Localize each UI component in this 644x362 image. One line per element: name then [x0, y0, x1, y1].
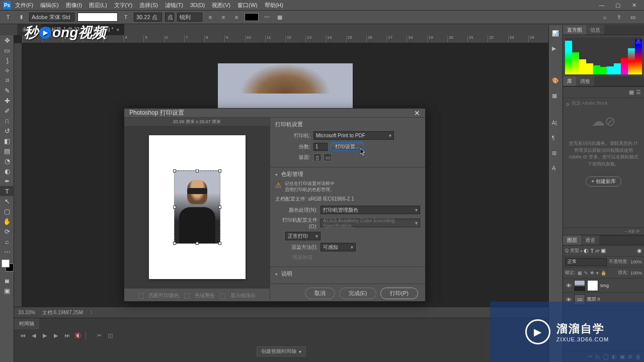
- blackpoint-checkbox: [285, 255, 291, 260]
- description-section-title[interactable]: 说明: [275, 270, 420, 281]
- rendering-intent-select[interactable]: 可感知: [320, 243, 356, 251]
- preview-page: [149, 135, 246, 279]
- print-dialog: Photoshop 打印设置 ✕ 20.99 厘米 x 29.67 厘米: [124, 108, 426, 302]
- printer-select[interactable]: Microsoft Print to PDF: [313, 131, 394, 140]
- gamut-checkbox[interactable]: [184, 293, 190, 299]
- print-button[interactable]: 打印(P): [380, 288, 418, 299]
- dialog-close-icon[interactable]: ✕: [414, 109, 420, 117]
- dialog-titlebar[interactable]: Photoshop 打印设置 ✕: [124, 109, 425, 118]
- match-colors-checkbox[interactable]: [138, 293, 144, 299]
- layout-label: 版面:: [275, 154, 313, 161]
- dialog-overlay: Photoshop 打印设置 ✕ 20.99 厘米 x 29.67 厘米: [0, 0, 644, 362]
- paper-white-label: 显示纸张白: [230, 292, 256, 299]
- doc-profile-value: sRGB IEC61966-2.1: [308, 196, 354, 202]
- print-settings-button[interactable]: 打印设置...: [331, 142, 364, 151]
- cancel-button[interactable]: 取消: [305, 288, 335, 299]
- color-handling-label: 颜色处理(N):: [275, 207, 320, 214]
- printer-profile-label: 打印机配置文件(O):: [275, 217, 320, 229]
- color-handling-select[interactable]: 打印机管理颜色: [320, 206, 420, 214]
- color-mgmt-section-title[interactable]: 色彩管理: [275, 170, 420, 181]
- blackpoint-label: 黑场补偿: [292, 254, 312, 261]
- preview-dimensions: 20.99 厘米 x 29.67 厘米: [124, 118, 270, 126]
- dialog-title-text: Photoshop 打印设置: [129, 109, 184, 117]
- copies-input[interactable]: [313, 143, 328, 151]
- printer-section-title: 打印机设置: [275, 121, 420, 131]
- preview-options: 匹配打印颜色 色域警告 显示纸张白: [124, 289, 270, 303]
- warning-icon: ⚠: [275, 181, 282, 193]
- copies-label: 份数:: [275, 143, 313, 150]
- foreground-color[interactable]: [2, 259, 10, 267]
- print-preview: [124, 126, 270, 289]
- printer-profile-select: ACES Academy Color Encoding Specificatio…: [320, 219, 420, 227]
- rendering-intent-label: 渲染方法(I):: [275, 244, 320, 251]
- print-type-select[interactable]: 正常打印: [285, 232, 320, 240]
- match-colors-label: 匹配打印颜色: [149, 292, 179, 299]
- orientation-portrait-icon[interactable]: ▯: [313, 153, 321, 161]
- paper-white-checkbox[interactable]: [220, 293, 225, 299]
- printer-label: 打印机:: [275, 132, 313, 139]
- preview-image[interactable]: [174, 170, 220, 244]
- color-warning-text: 记住在打印设置对话框中启用打印机的色彩管理。: [285, 181, 335, 193]
- gamut-label: 色域警告: [195, 292, 215, 299]
- doc-profile-label: 文档配置文件:: [275, 196, 307, 202]
- done-button[interactable]: 完成(E): [339, 288, 377, 299]
- orientation-landscape-icon[interactable]: ▭: [324, 153, 332, 161]
